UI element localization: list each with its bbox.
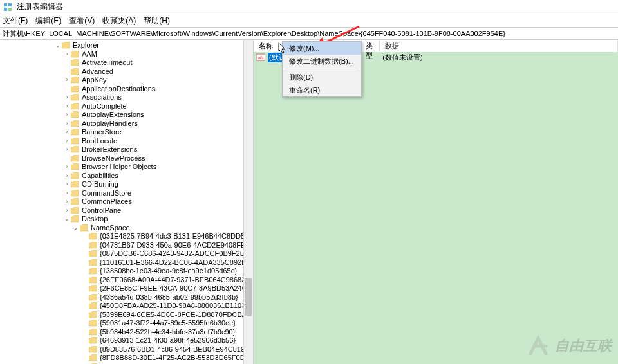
folder-icon (89, 354, 98, 362)
expander-closed-icon[interactable]: › (63, 172, 71, 181)
tree-item-label: Browser Helper Objects (82, 163, 253, 172)
expander-open-icon[interactable]: ⌄ (54, 41, 62, 50)
tree-item[interactable]: ›Associations (0, 93, 253, 102)
tree-item[interactable]: ›CD Burning (0, 180, 253, 189)
tree-scrollbar[interactable] (243, 40, 253, 364)
menu-file[interactable]: 文件(F) (3, 15, 28, 26)
expander-open-icon[interactable]: ⌄ (63, 215, 71, 224)
menubar: 文件(F) 编辑(E) 查看(V) 收藏夹(A) 帮助(H) (0, 14, 618, 27)
tree-item-label: AppKey (82, 76, 253, 85)
context-separator (285, 69, 359, 69)
tree-item[interactable]: {031E4825-7B94-4dc3-B131-E946B44C8DD5} (0, 232, 253, 241)
tree-item-label: BrowseNewProcess (82, 154, 253, 163)
expander-closed-icon[interactable]: › (63, 50, 71, 59)
tree-item[interactable]: ⌄NameSpace (0, 224, 253, 233)
tree-item[interactable]: {5399E694-6CE5-4D6C-8FCE-1D8870FDCBA0} (0, 311, 253, 320)
context-modify-binary[interactable]: 修改二进制数据(B)... (283, 55, 361, 68)
expander-closed-icon[interactable]: › (63, 180, 71, 189)
tree-item[interactable]: ›AAM (0, 50, 253, 59)
tree-item[interactable]: ›BootLocale (0, 137, 253, 146)
tree-item[interactable]: ›AppKey (0, 76, 253, 85)
tree-item[interactable]: ›BannerStore (0, 128, 253, 137)
folder-icon (71, 129, 80, 136)
expander-closed-icon[interactable]: › (63, 111, 71, 120)
tree-item-label: {26EE0668-A00A-44D7-9371-BEB064C98683} (100, 276, 253, 285)
expander-open-icon[interactable]: ⌄ (72, 224, 80, 233)
tree-item-label: {59031a47-3f72-44a7-89c5-5595fe6b30ee} (100, 319, 253, 328)
tree-item-label: {138508bc-1e03-49ea-9c8f-ea9e1d05d65d} (100, 267, 253, 276)
tree-item[interactable]: ApplicationDestinations (0, 85, 253, 94)
expander-closed-icon[interactable]: › (63, 93, 71, 102)
tree-item-label: {450D8FBA-AD25-11D0-98A8-0800361B1103} (100, 302, 253, 311)
tree-item[interactable]: ›ControlPanel (0, 206, 253, 215)
tree-item[interactable]: {4336a54d-038b-4685-ab02-99bb52d3fb8b} (0, 293, 253, 302)
tree-item-label: Associations (82, 93, 253, 102)
tree-item[interactable]: {0875DCB6-C686-4243-9432-ADCCF0B9F2D7} (0, 250, 253, 259)
expander-closed-icon[interactable]: › (63, 197, 71, 206)
expander-closed-icon[interactable]: › (63, 206, 71, 215)
tree-item[interactable]: {89D83576-6BD1-4c86-9454-BEB04E94C819} (0, 345, 253, 354)
tree-item[interactable]: {8FD8B88D-30E1-4F25-AC2B-553D3D65F0EA} (0, 354, 253, 363)
expander-closed-icon[interactable]: › (63, 189, 71, 198)
svg-text:ab: ab (258, 55, 263, 60)
tree-item-label: {64693913-1c21-4f30-a98f-4e52906d3b56} (100, 336, 253, 345)
tree-item-label: {4336a54d-038b-4685-ab02-99bb52d3fb8b} (100, 293, 253, 302)
expander-closed-icon[interactable]: › (63, 120, 71, 129)
col-type[interactable]: 类型 (360, 40, 380, 52)
col-data[interactable]: 数据 (380, 40, 618, 52)
tree-item[interactable]: {138508bc-1e03-49ea-9c8f-ea9e1d05d65d} (0, 267, 253, 276)
expander-closed-icon[interactable]: › (63, 137, 71, 146)
tree-item[interactable]: Advanced (0, 68, 253, 77)
tree-item-label: AAM (82, 50, 253, 59)
expander-closed-icon[interactable]: › (63, 163, 71, 172)
tree-item[interactable]: ›Browser Helper Objects (0, 163, 253, 172)
tree-item-label: ControlPanel (82, 206, 253, 215)
tree-item[interactable]: ›AutoplayExtensions (0, 111, 253, 120)
tree-item[interactable]: ⌄Explorer (0, 41, 253, 50)
tree-item-label: {04731B67-D933-450a-90E6-4ACD2E9408FE} (100, 241, 253, 250)
folder-icon (89, 268, 98, 275)
folder-icon (89, 276, 98, 284)
menu-favorites[interactable]: 收藏夹(A) (102, 15, 136, 26)
tree-item[interactable]: ›Capabilities (0, 172, 253, 181)
tree-item[interactable]: BrowseNewProcess (0, 154, 253, 163)
context-modify[interactable]: 修改(M)... (283, 42, 361, 55)
tree-item[interactable]: {450D8FBA-AD25-11D0-98A8-0800361B1103} (0, 302, 253, 311)
tree-item[interactable]: ⌄Desktop (0, 215, 253, 224)
tree-item-label: BootLocale (82, 137, 253, 146)
context-menu: 修改(M)... 修改二进制数据(B)... 删除(D) 重命名(R) (282, 41, 362, 97)
tree-pane[interactable]: ⌄Explorer›AAMActivateTimeoutAdvanced›App… (0, 40, 254, 364)
tree-item[interactable]: {5b934b42-522b-4c34-bbfe-37a3ef7b9c90} (0, 328, 253, 337)
folder-icon (89, 293, 98, 301)
tree-item-label: {2F6CE85C-F9EE-43CA-90C7-8A9BD53A2467} (100, 284, 253, 293)
tree-item[interactable]: ›BrokerExtensions (0, 145, 253, 154)
tree-item[interactable]: {04731B67-D933-450a-90E6-4ACD2E9408FE} (0, 241, 253, 250)
context-delete[interactable]: 删除(D) (283, 71, 361, 84)
tree-item[interactable]: ›CommandStore (0, 189, 253, 198)
folder-icon (89, 302, 98, 310)
tree-item[interactable]: {11016101-E366-4D22-BC06-4ADA335C892B} (0, 259, 253, 268)
expander-closed-icon[interactable]: › (63, 102, 71, 111)
tree-item[interactable]: ›AutoComplete (0, 102, 253, 111)
folder-icon (71, 206, 80, 214)
tree-item-label: {031E4825-7B94-4dc3-B131-E946B44C8DD5} (100, 232, 253, 241)
expander-closed-icon[interactable]: › (63, 145, 71, 154)
folder-icon (71, 59, 80, 67)
tree-item[interactable]: {26EE0668-A00A-44D7-9371-BEB064C98683} (0, 276, 253, 285)
menu-help[interactable]: 帮助(H) (144, 15, 170, 26)
tree-item[interactable]: {64693913-1c21-4f30-a98f-4e52906d3b56} (0, 336, 253, 345)
menu-edit[interactable]: 编辑(E) (35, 15, 61, 26)
tree-scrollbar-thumb[interactable] (245, 278, 252, 316)
expander-closed-icon[interactable]: › (63, 128, 71, 137)
folder-icon (89, 311, 98, 318)
tree-item[interactable]: {59031a47-3f72-44a7-89c5-5595fe6b30ee} (0, 319, 253, 328)
address-bar[interactable]: 计算机\HKEY_LOCAL_MACHINE\SOFTWARE\Microsof… (0, 27, 618, 40)
tree-item[interactable]: ActivateTimeout (0, 59, 253, 68)
tree-item[interactable]: ›AutoplayHandlers (0, 120, 253, 129)
expander-closed-icon[interactable]: › (63, 76, 71, 85)
context-rename[interactable]: 重命名(R) (283, 84, 361, 96)
tree-item[interactable]: {2F6CE85C-F9EE-43CA-90C7-8A9BD53A2467} (0, 284, 253, 293)
folder-icon (71, 181, 80, 188)
tree-item[interactable]: ›CommonPlaces (0, 197, 253, 206)
menu-view[interactable]: 查看(V) (69, 15, 95, 26)
